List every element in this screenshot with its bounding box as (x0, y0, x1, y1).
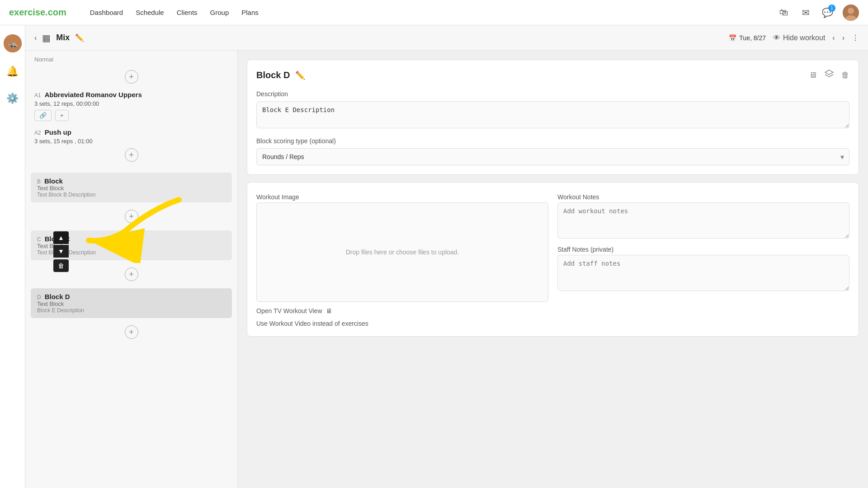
exercise-a1-id: A1 (34, 92, 41, 99)
unlink-button[interactable]: 🔗 (34, 110, 52, 121)
block-detail-card: Block D ✏️ 🖥 🗑 Description Block E Descr… (247, 60, 859, 175)
block-d[interactable]: D Block D Text Block Block E Description (31, 288, 232, 318)
user-avatar[interactable] (843, 5, 859, 21)
add-after-b-button[interactable]: + (125, 210, 138, 223)
hide-icon: 👁 (773, 34, 780, 42)
two-col-layout: Workout Image Drop files here or choose … (256, 193, 849, 302)
block-b: B Block Text Block Text Block B Descript… (31, 173, 232, 202)
drop-zone-text: Drop files here or choose files to uploa… (346, 249, 459, 256)
svg-point-1 (848, 8, 854, 14)
nav-group[interactable]: Group (210, 9, 229, 16)
tv-icon-button[interactable]: 🖥 (809, 70, 817, 80)
add-after-a2-button[interactable]: + (125, 148, 138, 162)
exercise-a2-sets: 3 sets, 15 reps , 01:00 (34, 138, 228, 145)
move-up-button[interactable]: ▲ (53, 231, 69, 244)
workout-notes-label: Workout Notes (557, 193, 849, 201)
nav-links: Dashboard Schedule Clients Group Plans (90, 9, 259, 16)
sub-header: ‹ ▦ Mix ✏️ 📅 Tue, 8/27 👁 Hide workout ‹ … (25, 25, 868, 51)
add-exercise-a1-button[interactable]: + (55, 110, 69, 121)
next-button[interactable]: › (842, 34, 844, 42)
notes-col: Workout Notes Staff Notes (private) (557, 193, 849, 302)
back-button[interactable]: ‹ (34, 34, 37, 42)
tv-view-label: Open TV Workout View 🖥 (256, 307, 849, 314)
exercise-a2-name: Push up (45, 128, 71, 136)
workout-notes-textarea[interactable] (557, 202, 849, 239)
block-b-name: Block (44, 177, 63, 185)
exercise-a1-name: Abbreviated Romanov Uppers (45, 91, 142, 99)
monitor-icon: 🖥 (326, 307, 332, 314)
nav-right: 🛍 ✉ 💬 1 (778, 5, 859, 21)
right-panel: Block D ✏️ 🖥 🗑 Description Block E Descr… (238, 51, 868, 488)
add-after-d-button[interactable]: + (125, 325, 138, 339)
block-d-name: Block D (45, 293, 70, 300)
normal-label: Normal (25, 51, 237, 66)
block-card-header: Block D ✏️ 🖥 🗑 (256, 69, 849, 81)
scoring-select[interactable]: Rounds / Reps Time Distance Weight Calor… (256, 148, 849, 165)
video-row: Use Workout Video instead of exercises (256, 320, 849, 327)
left-sidebar: 🦡 🔔 ⚙️ (0, 25, 25, 488)
chat-icon[interactable]: 💬 1 (821, 6, 834, 19)
workout-image-col: Workout Image Drop files here or choose … (256, 193, 548, 302)
video-label: Use Workout Video instead of exercises (256, 320, 849, 327)
page-title: Mix (56, 33, 70, 42)
staff-notes-label: Staff Notes (private) (557, 246, 849, 253)
workout-image-label: Workout Image (256, 193, 548, 201)
delete-block-button[interactable]: 🗑 (53, 259, 69, 272)
move-down-button[interactable]: ▼ (53, 245, 69, 258)
staff-notes-section: Staff Notes (private) (557, 246, 849, 293)
edit-title-button[interactable]: ✏️ (75, 33, 84, 42)
bell-icon[interactable]: 🔔 (5, 63, 21, 80)
nav-dashboard[interactable]: Dashboard (90, 9, 123, 16)
add-block-top-button[interactable]: + (125, 70, 138, 84)
exercise-a1-sets: 3 sets, 12 reps, 00:00:00 (34, 100, 228, 107)
edit-block-button[interactable]: ✏️ (295, 70, 305, 80)
chat-badge: 1 (828, 5, 835, 12)
scoring-label: Block scoring type (optional) (256, 137, 849, 145)
user-small-avatar[interactable]: 🦡 (4, 34, 22, 52)
block-d-id: D (37, 294, 41, 300)
image-drop-zone[interactable]: Drop files here or choose files to uploa… (256, 202, 548, 302)
tv-view-row: Open TV Workout View 🖥 (256, 307, 849, 314)
nav-schedule[interactable]: Schedule (136, 9, 164, 16)
nav-plans[interactable]: Plans (241, 9, 259, 16)
workout-list: Normal + A1 Abbreviated Romanov Uppers 3… (25, 51, 238, 488)
staff-notes-textarea[interactable] (557, 255, 849, 291)
delete-card-button[interactable]: 🗑 (841, 70, 849, 80)
video-label-text: Use Workout Video instead of exercises (256, 320, 368, 327)
block-b-id: B (37, 178, 41, 185)
add-after-c-button[interactable]: + (125, 267, 138, 281)
exercise-a2: A2 Push up 3 sets, 15 reps , 01:00 + (25, 125, 237, 169)
logo: exercise.com (9, 7, 66, 18)
media-notes-card: Workout Image Drop files here or choose … (247, 182, 859, 337)
exercise-a2-id: A2 (34, 130, 41, 136)
calendar-view-button[interactable]: ▦ (42, 33, 51, 43)
description-label: Description (256, 90, 849, 98)
main-layout: Normal + A1 Abbreviated Romanov Uppers 3… (25, 51, 868, 488)
calendar-icon: 📅 (729, 34, 736, 42)
shopping-bag-icon[interactable]: 🛍 (778, 6, 790, 19)
unlink-icon: 🔗 (39, 112, 47, 119)
scoring-select-wrapper: Rounds / Reps Time Distance Weight Calor… (256, 148, 849, 165)
block-b-type: Text Block (37, 185, 226, 192)
description-textarea[interactable]: Block E Description (256, 101, 849, 128)
layers-icon-button[interactable] (824, 69, 834, 81)
date-label: 📅 Tue, 8/27 (729, 34, 766, 42)
top-nav: exercise.com Dashboard Schedule Clients … (0, 0, 868, 25)
more-button[interactable]: ⋮ (852, 33, 859, 42)
settings-icon[interactable]: ⚙️ (5, 90, 21, 107)
block-d-type: Text Block (37, 300, 226, 307)
nav-clients[interactable]: Clients (177, 9, 198, 16)
block-b-desc: Text Block B Description (37, 192, 226, 198)
mail-icon[interactable]: ✉ (799, 6, 812, 19)
sub-header-right: 📅 Tue, 8/27 👁 Hide workout ‹ › ⋮ (729, 33, 859, 42)
prev-button[interactable]: ‹ (832, 34, 835, 42)
block-c-id: C (37, 236, 41, 243)
svg-text:🦡: 🦡 (8, 38, 18, 48)
workout-notes-section: Workout Notes (557, 193, 849, 240)
block-card-actions: 🖥 🗑 (809, 69, 849, 81)
block-d-desc: Block E Description (37, 307, 226, 314)
float-actions: ▲ ▼ 🗑 (53, 231, 69, 272)
exercise-a1: A1 Abbreviated Romanov Uppers 3 sets, 12… (25, 87, 237, 125)
tv-label-text: Open TV Workout View (256, 307, 322, 314)
hide-workout-button[interactable]: 👁 Hide workout (773, 34, 825, 42)
